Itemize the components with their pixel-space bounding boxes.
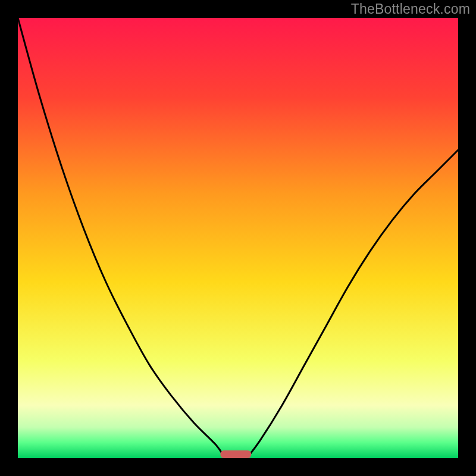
gradient-background <box>18 18 458 458</box>
bottleneck-chart <box>18 18 458 458</box>
optimal-range-marker <box>220 450 251 458</box>
chart-frame: TheBottleneck.com <box>0 0 476 476</box>
watermark-text: TheBottleneck.com <box>351 1 470 17</box>
